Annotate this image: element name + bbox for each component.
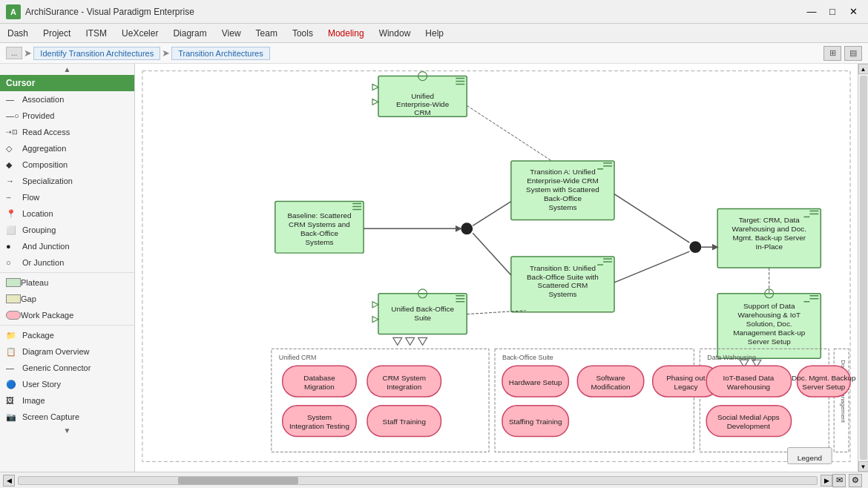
- and-junction-left: [461, 222, 473, 234]
- screen-capture-icon: 📷: [6, 412, 22, 422]
- menu-dash[interactable]: Dash: [0, 26, 36, 41]
- breadcrumb: ... ➤ Identify Transition Architectures …: [0, 43, 868, 64]
- minimize-button[interactable]: —: [803, 4, 821, 19]
- svg-text:Warehousing: Warehousing: [727, 383, 770, 391]
- tool-or-junction[interactable]: ○ Or Junction: [0, 254, 134, 271]
- tool-flow[interactable]: ··· Flow: [0, 189, 134, 205]
- svg-text:Transition A: Unified: Transition A: Unified: [530, 168, 595, 176]
- envelope-icon[interactable]: ✉: [832, 474, 846, 487]
- node-baseline[interactable]: Baseline: Scattered CRM Systems and Back…: [275, 202, 364, 254]
- svg-text:Server Setup: Server Setup: [802, 383, 845, 391]
- diagram-overview-icon: 📋: [6, 347, 22, 357]
- wp-social-media-apps[interactable]: Social Medial Apps Development: [706, 406, 791, 437]
- close-button[interactable]: ✕: [844, 4, 862, 19]
- wp-doc-mgmt-backup[interactable]: Doc. Mgmt. Backup Server Setup: [792, 366, 856, 397]
- tool-screen-capture[interactable]: 📷 Screen Capture: [0, 409, 134, 425]
- wp-staffing-training[interactable]: Staffing Training: [502, 406, 568, 437]
- wp-hardware-setup[interactable]: Hardware Setup: [502, 366, 568, 397]
- svg-text:Support of Data: Support of Data: [743, 302, 795, 310]
- flow-icon: ···: [6, 193, 22, 202]
- scroll-right-btn[interactable]: ▶: [821, 475, 832, 487]
- wp-staff-training[interactable]: Staff Training: [367, 406, 441, 437]
- scroll-up-btn[interactable]: ▲: [858, 64, 869, 74]
- node-target[interactable]: Target: CRM, Data Warehousing and Doc. M…: [717, 208, 821, 268]
- svg-text:Staff Training: Staff Training: [383, 418, 426, 426]
- tool-image[interactable]: 🖼 Image: [0, 392, 134, 409]
- node-support[interactable]: Support of Data Warehousing & IoT Soluti…: [717, 289, 821, 358]
- svg-text:Legacy: Legacy: [674, 383, 697, 391]
- breadcrumb-identify[interactable]: Identify Transition Architectures: [33, 47, 160, 60]
- menu-modeling[interactable]: Modeling: [320, 26, 372, 41]
- diagram-canvas: Unified Enterprise-Wide CRM Baseline: Sc…: [135, 64, 858, 472]
- node-unified-back-office[interactable]: Unified Back-Office Suite: [372, 289, 467, 334]
- tool-composition[interactable]: ◆ Composition: [0, 156, 134, 173]
- tool-package[interactable]: 📁 Package: [0, 327, 134, 343]
- or-junction-icon: ○: [6, 258, 22, 267]
- tool-diagram-overview[interactable]: 📋 Diagram Overview: [0, 343, 134, 360]
- menu-uexceler[interactable]: UeXceler: [114, 26, 165, 41]
- specialization-icon: →: [6, 177, 22, 185]
- menu-tools[interactable]: Tools: [285, 26, 320, 41]
- svg-text:Target: CRM, Data: Target: CRM, Data: [739, 216, 800, 224]
- breadcrumb-transition[interactable]: Transition Architectures: [171, 47, 270, 60]
- svg-text:Server Setup: Server Setup: [748, 337, 791, 346]
- menu-diagram[interactable]: Diagram: [165, 26, 214, 41]
- legend-label[interactable]: Legend: [798, 454, 822, 462]
- node-unified-crm[interactable]: Unified Enterprise-Wide CRM: [372, 72, 467, 117]
- wp-database-migration[interactable]: Database Migration: [283, 366, 356, 397]
- plateau-back-office-label: Back-Office Suite: [502, 354, 553, 361]
- image-icon: 🖼: [6, 396, 22, 405]
- scroll-up[interactable]: ▲: [0, 64, 134, 75]
- tool-association[interactable]: — Association: [0, 91, 134, 108]
- and-junction-right: [689, 241, 701, 253]
- tool-location[interactable]: 📍 Location: [0, 205, 134, 222]
- tool-plateau[interactable]: Plateau: [0, 274, 134, 291]
- breadcrumb-dots[interactable]: ...: [6, 47, 22, 59]
- svg-text:Baseline: Scattered: Baseline: Scattered: [287, 211, 351, 220]
- menu-team[interactable]: Team: [249, 26, 285, 41]
- toolbar-icons: ⊞ ▤: [823, 46, 862, 61]
- svg-text:Suite: Suite: [414, 314, 431, 322]
- location-icon: 📍: [6, 209, 22, 219]
- right-scrollbar[interactable]: ▲ ▼: [858, 64, 868, 472]
- grid-icon[interactable]: ⊞: [823, 46, 841, 61]
- scroll-thumb-vertical: [860, 76, 867, 460]
- horizontal-scrollbar[interactable]: [18, 476, 818, 485]
- wp-crm-system-integration[interactable]: CRM System Integration: [367, 366, 441, 397]
- tool-grouping[interactable]: ⬜ Grouping: [0, 222, 134, 238]
- svg-text:Mgmt. Back-up Server: Mgmt. Back-up Server: [732, 234, 806, 242]
- association-icon: —: [6, 95, 22, 104]
- scroll-down-btn[interactable]: ▼: [858, 461, 869, 472]
- svg-text:Systems: Systems: [548, 290, 576, 298]
- menu-itsm[interactable]: ITSM: [78, 26, 114, 41]
- svg-text:Modification: Modification: [591, 383, 631, 391]
- tool-generic-connector[interactable]: — Generic Connector: [0, 360, 134, 376]
- tool-aggregation[interactable]: ◇ Aggregation: [0, 140, 134, 156]
- wp-software-modification[interactable]: Software Modification: [577, 366, 643, 397]
- tool-work-package[interactable]: Work Package: [0, 307, 134, 323]
- scroll-left-btn[interactable]: ◀: [3, 475, 15, 487]
- tool-specialization[interactable]: → Specialization: [0, 173, 134, 189]
- scroll-down[interactable]: ▼: [0, 425, 134, 436]
- svg-text:Unified Back-Office: Unified Back-Office: [391, 305, 454, 313]
- breadcrumb-arrow-1: ➤: [24, 47, 32, 59]
- menu-view[interactable]: View: [214, 26, 249, 41]
- tool-and-junction[interactable]: ● And Junction: [0, 238, 134, 254]
- menu-project[interactable]: Project: [36, 26, 78, 41]
- tool-gap[interactable]: Gap: [0, 291, 134, 307]
- tool-read-access[interactable]: ⇢⊡ Read Access: [0, 124, 134, 140]
- menu-window[interactable]: Window: [372, 26, 418, 41]
- layout-icon[interactable]: ▤: [844, 46, 862, 61]
- wp-iot-data-warehousing[interactable]: IoT-Based Data Warehousing: [706, 366, 791, 397]
- tool-provided[interactable]: —○ Provided: [0, 108, 134, 124]
- menubar: Dash Project ITSM UeXceler Diagram View …: [0, 24, 868, 43]
- maximize-button[interactable]: □: [823, 4, 841, 19]
- user-story-icon: 🔵: [6, 380, 22, 389]
- node-transition-b[interactable]: Transition B: Unified Back-Office Suite …: [511, 257, 614, 312]
- menu-help[interactable]: Help: [418, 26, 451, 41]
- svg-text:CRM Systems and: CRM Systems and: [289, 220, 350, 228]
- node-transition-a[interactable]: Transition A: Unified Enterprise-Wide CR…: [511, 161, 614, 220]
- wp-system-integration-testing[interactable]: System Integration Testing: [283, 406, 356, 437]
- tool-user-story[interactable]: 🔵 User Story: [0, 376, 134, 392]
- settings-icon[interactable]: ⚙: [849, 474, 862, 487]
